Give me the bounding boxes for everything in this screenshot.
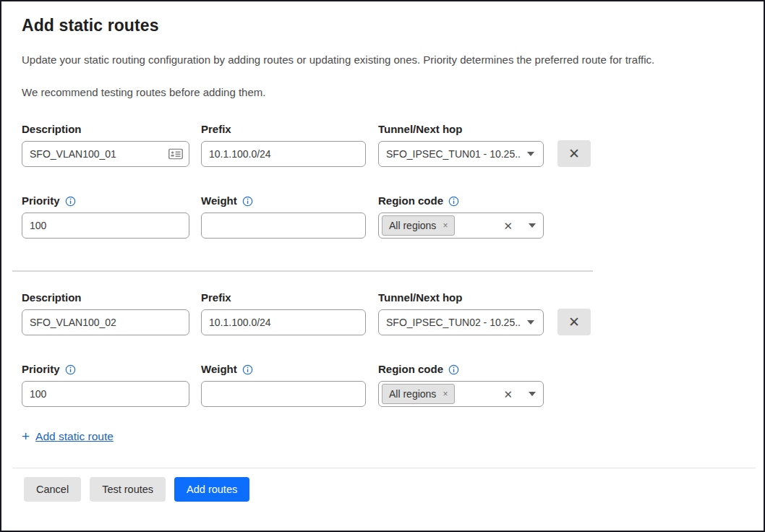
tunnel-selected-value: SFO_IPSEC_TUN01 - 10.25... bbox=[386, 148, 521, 160]
info-icon[interactable] bbox=[65, 364, 76, 375]
route-entry-1: Description bbox=[22, 123, 743, 239]
footer: Cancel Test routes Add routes bbox=[22, 468, 743, 502]
priority-input[interactable] bbox=[22, 381, 189, 407]
prefix-label: Prefix bbox=[201, 123, 366, 135]
description-label: Description bbox=[22, 291, 189, 304]
chevron-down-icon bbox=[527, 320, 534, 325]
route-entry-2: Description Prefix Tunnel/Next hop SFO_I… bbox=[22, 291, 743, 407]
intro-text: Update your static routing configuration… bbox=[22, 53, 743, 66]
recommendation-text: We recommend testing routes before addin… bbox=[22, 86, 743, 98]
weight-input[interactable] bbox=[201, 213, 366, 239]
chevron-down-icon bbox=[529, 223, 536, 228]
tunnel-selected-value: SFO_IPSEC_TUN02 - 10.25... bbox=[386, 317, 521, 328]
chevron-down-icon bbox=[529, 392, 536, 396]
priority-input[interactable] bbox=[22, 213, 189, 239]
test-routes-button[interactable]: Test routes bbox=[90, 477, 166, 502]
priority-label: Priority bbox=[22, 363, 60, 375]
info-icon[interactable] bbox=[242, 196, 253, 207]
region-chip: All regions × bbox=[382, 215, 455, 236]
add-static-routes-panel: Add static routes Update your static rou… bbox=[1, 1, 764, 502]
region-chip-label: All regions bbox=[389, 220, 436, 231]
chevron-down-icon bbox=[527, 152, 534, 156]
add-routes-button[interactable]: Add routes bbox=[174, 477, 249, 502]
prefix-input[interactable] bbox=[201, 141, 366, 167]
info-icon[interactable] bbox=[448, 196, 459, 207]
priority-label: Priority bbox=[22, 194, 60, 207]
clear-selection-icon[interactable]: ✕ bbox=[503, 220, 513, 231]
tunnel-next-hop-label: Tunnel/Next hop bbox=[378, 291, 544, 304]
footer-divider bbox=[12, 468, 756, 468]
page-title: Add static routes bbox=[22, 16, 743, 35]
clear-selection-icon[interactable]: ✕ bbox=[503, 389, 513, 400]
autofill-contact-card-icon[interactable] bbox=[168, 149, 183, 160]
chip-remove-icon[interactable]: × bbox=[443, 221, 448, 230]
tunnel-next-hop-select[interactable]: SFO_IPSEC_TUN02 - 10.25... bbox=[378, 309, 544, 335]
region-code-select[interactable]: All regions × ✕ bbox=[378, 381, 544, 407]
weight-label: Weight bbox=[201, 194, 237, 207]
description-input[interactable] bbox=[22, 309, 189, 335]
close-icon: ✕ bbox=[568, 314, 580, 330]
close-icon: ✕ bbox=[568, 145, 580, 162]
info-icon[interactable] bbox=[65, 196, 76, 207]
tunnel-next-hop-select[interactable]: SFO_IPSEC_TUN01 - 10.25... bbox=[378, 141, 544, 167]
add-static-route-link[interactable]: Add static route bbox=[35, 430, 114, 443]
section-divider bbox=[12, 270, 593, 272]
region-code-label: Region code bbox=[378, 194, 443, 207]
info-icon[interactable] bbox=[448, 364, 459, 375]
tunnel-next-hop-label: Tunnel/Next hop bbox=[378, 123, 544, 135]
remove-route-button[interactable]: ✕ bbox=[557, 309, 591, 335]
region-chip: All regions × bbox=[382, 384, 455, 404]
cancel-button[interactable]: Cancel bbox=[24, 477, 81, 502]
region-code-select[interactable]: All regions × ✕ bbox=[378, 213, 544, 239]
description-input[interactable] bbox=[22, 141, 189, 167]
chip-remove-icon[interactable]: × bbox=[443, 390, 448, 398]
prefix-input[interactable] bbox=[201, 309, 366, 335]
region-chip-label: All regions bbox=[389, 388, 436, 400]
plus-icon: + bbox=[22, 429, 30, 443]
remove-route-button[interactable]: ✕ bbox=[557, 140, 591, 167]
description-label: Description bbox=[22, 123, 189, 135]
weight-label: Weight bbox=[201, 363, 237, 375]
region-code-label: Region code bbox=[378, 363, 443, 375]
weight-input[interactable] bbox=[201, 381, 366, 407]
info-icon[interactable] bbox=[242, 364, 253, 375]
prefix-label: Prefix bbox=[201, 291, 366, 304]
